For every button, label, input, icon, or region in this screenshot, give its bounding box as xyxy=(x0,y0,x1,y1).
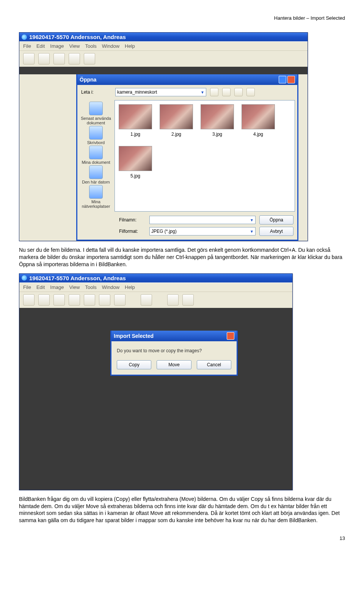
toolbar-icon[interactable] xyxy=(99,294,110,306)
dialog-title: Öppna xyxy=(80,77,96,83)
menu-view[interactable]: View xyxy=(69,284,80,290)
page-header: Hantera bilder – Import Selected xyxy=(19,15,345,21)
look-in-value: kamera_minneskort xyxy=(117,89,157,95)
file-name: 4.jpg xyxy=(253,132,263,137)
copy-button[interactable]: Copy xyxy=(117,360,151,369)
look-in-label: Leta i: xyxy=(81,89,111,95)
toolbar xyxy=(19,50,308,67)
toolbar-icon[interactable] xyxy=(69,53,80,64)
menu-help[interactable]: Help xyxy=(125,43,135,49)
file-thumb[interactable]: 2.jpg xyxy=(160,104,193,137)
close-icon[interactable] xyxy=(287,76,295,83)
file-thumb[interactable]: 3.jpg xyxy=(201,104,234,137)
file-thumb[interactable]: 1.jpg xyxy=(119,104,152,137)
open-button[interactable]: Öppna xyxy=(259,215,293,224)
toolbar-icon[interactable] xyxy=(182,294,194,306)
image-thumb-icon xyxy=(242,104,275,129)
chevron-down-icon: ▼ xyxy=(250,229,254,234)
toolbar-icon[interactable] xyxy=(114,294,126,306)
close-icon[interactable] xyxy=(227,332,234,340)
move-button[interactable]: Move xyxy=(157,360,191,369)
dialog-titlebar: Öppna xyxy=(77,74,297,85)
place-label: Mina nätverksplatser xyxy=(82,199,110,209)
menu-view[interactable]: View xyxy=(69,43,80,49)
file-thumb[interactable]: 4.jpg xyxy=(242,104,275,137)
file-name: 1.jpg xyxy=(130,132,140,137)
chevron-down-icon: ▼ xyxy=(201,90,204,94)
cancel-button[interactable]: Cancel xyxy=(197,360,231,369)
up-icon[interactable] xyxy=(222,88,231,96)
place-network[interactable]: Mina nätverksplatser xyxy=(79,185,113,209)
place-documents[interactable]: Mina dokument xyxy=(82,146,110,165)
toolbar-icon[interactable] xyxy=(23,294,35,306)
menu-image[interactable]: Image xyxy=(50,43,64,49)
menu-tools[interactable]: Tools xyxy=(85,284,96,290)
place-label: Senast använda dokument xyxy=(81,116,111,125)
image-thumb-icon xyxy=(119,146,152,171)
file-thumb[interactable]: 5.jpg xyxy=(119,146,152,179)
image-thumb-icon xyxy=(201,104,234,129)
menubar: File Edit Image View Tools Window Help xyxy=(19,282,292,292)
toolbar-icon[interactable] xyxy=(84,53,95,64)
paragraph-2: BildBanken frågar dig om du vill kopiera… xyxy=(19,496,345,524)
toolbar-icon[interactable] xyxy=(84,294,95,306)
filetype-combo[interactable]: JPEG (*.jpg) ▼ xyxy=(149,227,256,235)
page-number: 13 xyxy=(19,535,345,541)
look-in-combo[interactable]: kamera_minneskort ▼ xyxy=(115,88,206,96)
toolbar-icon[interactable] xyxy=(53,53,65,64)
menu-help[interactable]: Help xyxy=(125,284,135,290)
dialog-titlebar: Import Selected xyxy=(111,331,237,341)
window-title: 19620417-5570 Andersson, Andreas xyxy=(29,275,126,281)
back-icon[interactable] xyxy=(210,88,218,96)
menu-window[interactable]: Window xyxy=(102,43,119,49)
menu-window[interactable]: Window xyxy=(102,284,119,290)
cancel-button[interactable]: Avbryt xyxy=(259,227,293,236)
views-icon[interactable] xyxy=(246,88,255,96)
window-title: 19620417-5570 Andersson, Andreas xyxy=(29,34,126,40)
filetype-value: JPEG (*.jpg) xyxy=(151,229,177,234)
menu-file[interactable]: File xyxy=(23,284,31,290)
app-window-2: 19620417-5570 Andersson, Andreas File Ed… xyxy=(19,273,293,490)
client-area: Import Selected Do you want to move or c… xyxy=(19,308,292,490)
search-icon[interactable] xyxy=(141,294,152,306)
file-name: 2.jpg xyxy=(171,132,181,137)
place-desktop[interactable]: Skrivbord xyxy=(87,126,105,145)
image-thumb-icon xyxy=(160,104,193,129)
file-name: 3.jpg xyxy=(212,132,222,137)
menu-tools[interactable]: Tools xyxy=(85,43,96,49)
toolbar-icon[interactable] xyxy=(23,53,35,64)
image-thumb-icon xyxy=(119,104,152,129)
toolbar-icon[interactable] xyxy=(38,294,50,306)
file-pane[interactable]: 1.jpg 2.jpg 3.jpg 4.jpg 5.jpg xyxy=(115,100,295,212)
place-computer[interactable]: Den här datorn xyxy=(82,165,110,184)
place-label: Mina dokument xyxy=(82,160,110,165)
chevron-down-icon: ▼ xyxy=(250,218,254,222)
toolbar-icon[interactable] xyxy=(53,294,65,306)
menu-file[interactable]: File xyxy=(23,43,31,49)
menubar: File Edit Image View Tools Window Help xyxy=(19,41,308,50)
place-label: Skrivbord xyxy=(87,140,105,145)
menu-edit[interactable]: Edit xyxy=(36,43,45,49)
look-in-row: Leta i: kamera_minneskort ▼ xyxy=(77,85,297,99)
dialog-title: Import Selected xyxy=(114,333,154,339)
file-name: 5.jpg xyxy=(130,173,140,179)
toolbar-icon[interactable] xyxy=(38,53,50,64)
dialog-question: Do you want to move or copy the images? xyxy=(111,341,237,360)
toolbar-icon[interactable] xyxy=(167,294,179,306)
filetype-label: Filformat: xyxy=(119,229,146,234)
place-label: Den här datorn xyxy=(82,180,110,184)
paragraph-1: Nu ser du de fem bilderna. I detta fall … xyxy=(19,246,345,268)
new-folder-icon[interactable] xyxy=(234,88,243,96)
menu-edit[interactable]: Edit xyxy=(36,284,45,290)
open-dialog: Öppna Leta i: kamera_minneskort ▼ Senast… xyxy=(76,74,298,241)
filename-input[interactable]: ▼ xyxy=(149,216,256,224)
toolbar xyxy=(19,292,292,308)
app-window: 19620417-5570 Andersson, Andreas File Ed… xyxy=(19,32,308,241)
titlebar: 19620417-5570 Andersson, Andreas xyxy=(19,274,292,282)
place-recent[interactable]: Senast använda dokument xyxy=(79,102,113,125)
app-icon xyxy=(22,275,27,281)
toolbar-icon[interactable] xyxy=(69,294,80,306)
filename-label: Filnamn: xyxy=(119,217,146,223)
menu-image[interactable]: Image xyxy=(50,284,64,290)
help-icon[interactable] xyxy=(279,76,286,83)
